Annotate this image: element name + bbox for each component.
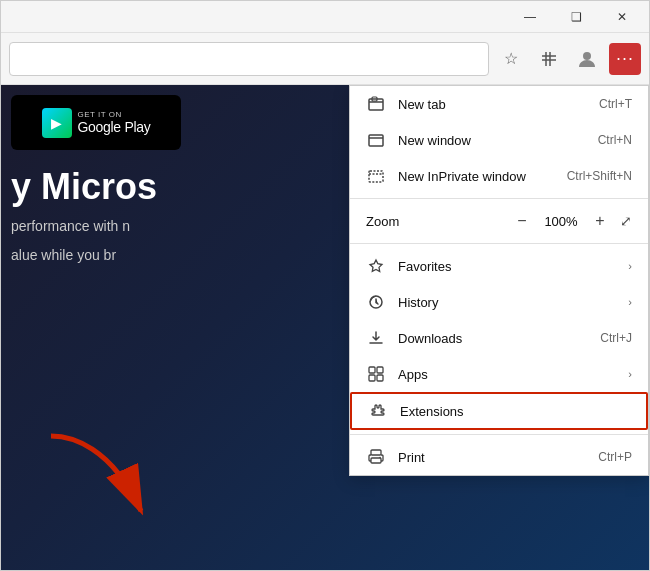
webpage-line1: performance with n [11,216,157,237]
favorites-arrow-icon: › [628,260,632,272]
webpage-content: y Micros performance with n alue while y… [11,165,157,266]
browser-toolbar: ☆ ··· [1,33,649,85]
context-menu: New tab Ctrl+T New window Ctrl+N [349,85,649,476]
apps-arrow-icon: › [628,368,632,380]
zoom-value: 100% [542,214,580,229]
svg-rect-10 [377,375,383,381]
new-tab-icon [366,94,386,114]
menu-item-extensions[interactable]: Extensions [350,392,648,430]
zoom-expand-icon[interactable]: ⤢ [620,213,632,229]
apps-label: Apps [398,367,620,382]
minimize-button[interactable]: — [507,1,553,33]
print-icon [366,447,386,467]
downloads-icon [366,328,386,348]
favorites-menu-icon [366,256,386,276]
inprivate-label: New InPrivate window [398,169,559,184]
svg-point-0 [583,52,591,60]
print-label: Print [398,450,590,465]
annotation-arrow [31,426,161,540]
maximize-button[interactable]: ❑ [553,1,599,33]
divider-1 [350,198,648,199]
address-bar[interactable] [9,42,489,76]
svg-rect-7 [369,367,375,373]
new-window-icon [366,130,386,150]
star-icon[interactable]: ☆ [495,43,527,75]
menu-item-favorites[interactable]: Favorites › [350,248,648,284]
play-icon: ▶ [42,108,72,138]
more-tools-button[interactable]: ··· [609,43,641,75]
favorites-icon[interactable] [533,43,565,75]
menu-item-history[interactable]: History › [350,284,648,320]
menu-item-apps[interactable]: Apps › [350,356,648,392]
inprivate-shortcut: Ctrl+Shift+N [567,169,632,183]
divider-2 [350,243,648,244]
extensions-icon [368,401,388,421]
content-area: ▶ GET IT ON Google Play y Micros perform… [1,85,649,570]
history-icon [366,292,386,312]
play-text: GET IT ON Google Play [78,110,151,135]
new-window-label: New window [398,133,590,148]
get-it-on-text: GET IT ON [78,110,151,119]
print-shortcut: Ctrl+P [598,450,632,464]
menu-item-downloads[interactable]: Downloads Ctrl+J [350,320,648,356]
favorites-label: Favorites [398,259,620,274]
downloads-shortcut: Ctrl+J [600,331,632,345]
menu-item-new-tab[interactable]: New tab Ctrl+T [350,86,648,122]
menu-item-new-window[interactable]: New window Ctrl+N [350,122,648,158]
google-play-text: Google Play [78,119,151,135]
menu-item-inprivate[interactable]: New InPrivate window Ctrl+Shift+N [350,158,648,194]
downloads-label: Downloads [398,331,592,346]
svg-rect-4 [369,135,383,146]
new-tab-label: New tab [398,97,591,112]
svg-point-13 [379,457,381,459]
profile-icon[interactable] [571,43,603,75]
webpage-heading: y Micros [11,165,157,208]
new-tab-shortcut: Ctrl+T [599,97,632,111]
title-bar: — ❑ ✕ [1,1,649,33]
zoom-in-button[interactable]: + [588,209,612,233]
history-label: History [398,295,620,310]
extensions-label: Extensions [400,404,630,419]
svg-rect-12 [371,458,381,463]
divider-3 [350,434,648,435]
svg-rect-5 [369,171,383,182]
zoom-controls: − 100% + [510,209,612,233]
webpage-line2: alue while you br [11,245,157,266]
google-play-badge: ▶ GET IT ON Google Play [11,95,181,150]
new-window-shortcut: Ctrl+N [598,133,632,147]
svg-rect-9 [369,375,375,381]
menu-item-zoom: Zoom − 100% + ⤢ [350,203,648,239]
close-button[interactable]: ✕ [599,1,645,33]
inprivate-icon [366,166,386,186]
browser-window: — ❑ ✕ ☆ ··· [0,0,650,571]
svg-rect-8 [377,367,383,373]
history-arrow-icon: › [628,296,632,308]
zoom-label: Zoom [366,214,510,229]
zoom-out-button[interactable]: − [510,209,534,233]
menu-item-print[interactable]: Print Ctrl+P [350,439,648,475]
svg-rect-11 [371,450,381,455]
apps-icon [366,364,386,384]
